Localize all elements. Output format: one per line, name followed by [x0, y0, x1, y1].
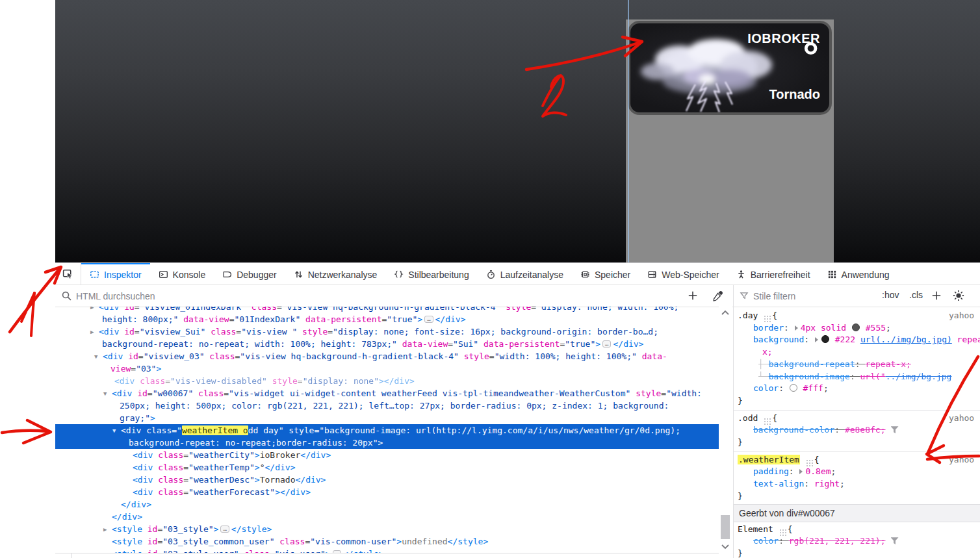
- stylesheet-source-link[interactable]: yahoo: [949, 310, 974, 322]
- code-token: >: [255, 463, 260, 472]
- code-token: <div: [112, 388, 132, 398]
- html-tree-row[interactable]: ▶<div id="visview_01IndexDark" class="vi…: [55, 307, 719, 313]
- expand-arrow-icon[interactable]: ▶: [103, 524, 112, 536]
- code-token: class: [274, 537, 305, 546]
- styles-filter-input[interactable]: [752, 287, 875, 305]
- html-tree-row[interactable]: </div>: [55, 511, 719, 523]
- accessibility-icon: [736, 270, 746, 279]
- code-token: class: [153, 463, 183, 472]
- html-tree-row[interactable]: height: 800px;" data-view="01IndexDark" …: [55, 313, 719, 325]
- inherited-from-header: Geerbt von div#w00067: [734, 504, 980, 522]
- filter-prop-icon[interactable]: [891, 426, 899, 433]
- code-token: =: [224, 388, 229, 398]
- css-rule-line[interactable]: Element {: [734, 524, 980, 536]
- tab-inspector[interactable]: Inspektor: [81, 263, 150, 285]
- css-rule-line[interactable]: color: #fff;: [734, 383, 980, 395]
- html-tree-row[interactable]: <div class="weatherForecast"></div>: [55, 486, 719, 498]
- class-toggle[interactable]: .cls: [909, 290, 923, 300]
- css-rule-line[interactable]: ├ background-repeat: repeat-x;: [734, 359, 980, 371]
- code-token: =: [277, 307, 282, 312]
- html-tree-row[interactable]: background-repeat: no-repeat; width: 100…: [55, 338, 719, 350]
- tab-network[interactable]: Netzwerkanalyse: [285, 263, 386, 285]
- tab-debugger[interactable]: Debugger: [214, 263, 285, 285]
- html-tree-row[interactable]: <div class="weatherDesc">Tornado</div>: [55, 474, 719, 486]
- css-token: ;: [840, 479, 845, 488]
- css-rule-line[interactable]: text-align: right;: [734, 478, 980, 490]
- code-token: "01IndexDark": [235, 314, 301, 324]
- add-node-icon[interactable]: [687, 290, 699, 301]
- expand-arrow-icon[interactable]: [799, 469, 803, 474]
- code-token: =: [661, 388, 666, 398]
- css-token: .odd: [738, 413, 763, 423]
- html-tree-row[interactable]: <div class="weatherCity">ioBroker</div>: [55, 449, 719, 461]
- css-rule-line[interactable]: }: [734, 437, 980, 449]
- html-tree-row[interactable]: <style id="03_style_common_user" class="…: [55, 535, 719, 548]
- html-tree-row[interactable]: background-repeat: no-repeat;border-radi…: [55, 437, 719, 449]
- element-picker-button[interactable]: [55, 263, 81, 285]
- annotation-arrow-to-selected-row: [2, 420, 51, 443]
- filter-prop-icon[interactable]: [891, 537, 899, 544]
- html-tree-row[interactable]: ▶<div id="visview_Sui" class="vis-view "…: [55, 325, 719, 338]
- expand-arrow-icon[interactable]: ▶: [90, 326, 99, 338]
- css-rule-line[interactable]: }: [734, 490, 980, 503]
- css-rule-line[interactable]: .weatherItem {yahoo: [734, 454, 980, 466]
- annotation-digit-1: [21, 293, 34, 336]
- devtools-tab-strip: InspektorKonsoleDebuggerNetzwerkanalyseS…: [81, 263, 898, 285]
- code-token: data-view: [178, 314, 229, 324]
- filter-styles-icon: [739, 291, 749, 301]
- tab-style-editor[interactable]: Stilbearbeitung: [385, 263, 477, 285]
- html-tree-row[interactable]: ▶<style id="03_style">…</style>: [55, 523, 719, 535]
- tab-storage[interactable]: Web-Speicher: [639, 263, 727, 285]
- expand-arrow-icon[interactable]: ▼: [94, 351, 103, 363]
- search-input[interactable]: [75, 287, 662, 305]
- code-token: "width:: [666, 388, 702, 398]
- eyedropper-icon[interactable]: [712, 290, 724, 301]
- css-rule-line[interactable]: background-color: #e8e8fc;: [734, 424, 980, 437]
- html-tree-row[interactable]: view="03">: [55, 362, 719, 375]
- html-tree-row[interactable]: gray;">: [55, 412, 719, 424]
- collapsed-content-badge[interactable]: …: [602, 340, 611, 348]
- css-rule-line[interactable]: background: #222 url(../img/bg.jpg) repe…: [734, 334, 980, 346]
- html-tree-row[interactable]: <div class="vis-view-disabled" style="di…: [55, 375, 719, 387]
- css-rule-line[interactable]: }: [734, 548, 980, 558]
- css-rule-line[interactable]: .day {yahoo: [734, 310, 980, 322]
- css-rule-line[interactable]: }: [734, 395, 980, 407]
- html-tree-row[interactable]: </div>: [55, 498, 719, 511]
- expand-arrow-icon[interactable]: [795, 325, 798, 331]
- css-rule-line[interactable]: x;: [734, 346, 980, 359]
- expand-arrow-icon[interactable]: ▶: [90, 307, 99, 314]
- html-tree-row[interactable]: <div class="weatherTemp">°</div>: [55, 461, 719, 474]
- collapsed-content-badge[interactable]: …: [220, 526, 229, 533]
- html-tree-row[interactable]: ▼<div class="weatherItem odd day" style=…: [55, 424, 719, 437]
- expand-arrow-icon[interactable]: ▼: [103, 388, 112, 400]
- stylesheet-source-link[interactable]: yahoo: [949, 454, 974, 466]
- html-tree-row[interactable]: ▼<div id="visview_03" class="vis-view hq…: [55, 350, 719, 362]
- code-token: class: [141, 425, 172, 435]
- code-token: class: [135, 376, 165, 386]
- css-rule-line[interactable]: .odd {yahoo: [734, 412, 980, 425]
- expand-arrow-icon[interactable]: [815, 337, 818, 342]
- stylesheet-source-link[interactable]: yahoo: [949, 412, 974, 425]
- tab-application[interactable]: Anwendung: [819, 263, 898, 285]
- css-rule-line[interactable]: color: rgb(221, 221, 221);: [734, 535, 980, 548]
- tab-console[interactable]: Konsole: [150, 263, 214, 285]
- collapsed-content-badge[interactable]: …: [424, 316, 433, 323]
- light-mode-sun-icon[interactable]: [953, 290, 964, 301]
- scroll-down-icon[interactable]: [721, 542, 730, 550]
- tree-scrollbar[interactable]: [719, 307, 732, 553]
- html-tree-row[interactable]: 250px; height: 500px; color: rgb(221, 22…: [55, 399, 719, 412]
- css-rule-line[interactable]: border: 4px solid #555;: [734, 322, 980, 335]
- css-rule-line[interactable]: └ background-image: url("../img/bg.jpg: [734, 371, 980, 383]
- add-rule-icon[interactable]: [931, 290, 942, 301]
- html-tree-row[interactable]: ▼<div id="w00067" class="vis-widget ui-w…: [55, 387, 719, 399]
- weather-card[interactable]: IOBROKER ° Tornado: [628, 21, 832, 115]
- scroll-up-icon[interactable]: [721, 309, 730, 317]
- pseudo-class-toggle[interactable]: :hov: [882, 290, 899, 300]
- tab-accessibility[interactable]: Barrierefreiheit: [728, 263, 819, 285]
- tab-memory[interactable]: Speicher: [572, 263, 639, 285]
- expand-arrow-icon[interactable]: ▼: [112, 425, 121, 437]
- css-rule-line[interactable]: padding: 0.8em;: [734, 466, 980, 478]
- scrollbar-thumb[interactable]: [721, 515, 730, 539]
- code-token: >: [214, 524, 219, 534]
- tab-performance[interactable]: Laufzeitanalyse: [478, 263, 572, 285]
